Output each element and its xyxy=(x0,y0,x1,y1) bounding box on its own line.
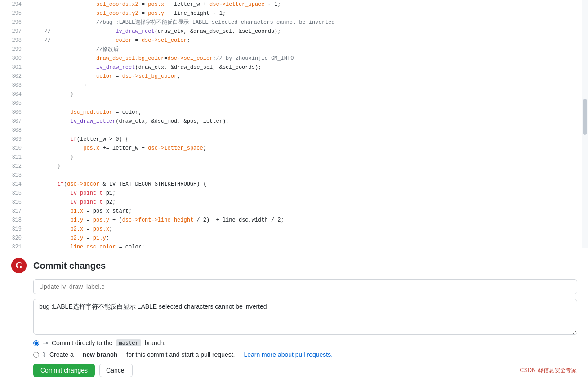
line-number: 319 xyxy=(0,225,27,234)
table-row: 308 xyxy=(0,126,588,135)
table-row: 296 //bug :LABLE选择字符不能反白显示 LABLE selecte… xyxy=(0,18,588,27)
commit-description-textarea[interactable] xyxy=(33,299,577,335)
code-area: 294 sel_coords.x2 = pos.x + letter_w + d… xyxy=(0,0,588,248)
line-code: dsc_mod.color = color; xyxy=(27,108,588,117)
radio-new-branch[interactable]: ⤵ Create a new branch for this commit an… xyxy=(33,351,577,358)
line-number: 316 xyxy=(0,198,27,207)
line-number: 320 xyxy=(0,234,27,243)
table-row: 298 // color = dsc->sel_color; xyxy=(0,36,588,45)
table-row: 306 dsc_mod.color = color; xyxy=(0,108,588,117)
table-row: 317 p1.x = pos_x_start; xyxy=(0,207,588,216)
line-code: sel_coords.y2 = pos.y + line_height - 1; xyxy=(27,9,588,18)
commit-panel: G Commit changes ⊸ Commit directly to th… xyxy=(0,248,588,386)
table-row: 310 pos.x += letter_w + dsc->letter_spac… xyxy=(0,144,588,153)
gitee-logo-icon: G xyxy=(11,257,27,274)
line-number: 300 xyxy=(0,54,27,63)
commit-message-input[interactable] xyxy=(33,279,577,294)
line-number: 305 xyxy=(0,99,27,108)
actions-left: Commit changes Cancel xyxy=(33,364,133,377)
line-number: 297 xyxy=(0,27,27,36)
commit-direct-icon: ⊸ xyxy=(43,339,48,346)
branch-badge: master xyxy=(116,339,141,346)
table-row: 311 } xyxy=(0,153,588,162)
commit-changes-button[interactable]: Commit changes xyxy=(33,364,95,377)
learn-more-link[interactable]: Learn more about pull requests. xyxy=(244,351,333,358)
line-number: 315 xyxy=(0,189,27,198)
line-code: pos.x += letter_w + dsc->letter_space; xyxy=(27,144,588,153)
line-number: 307 xyxy=(0,117,27,126)
radio-group: ⊸ Commit directly to the master branch. … xyxy=(33,339,577,358)
table-row: 309 if(letter_w > 0) { xyxy=(0,135,588,144)
table-row: 303 } xyxy=(0,81,588,90)
table-row: 301 lv_draw_rect(draw_ctx, &draw_dsc_sel… xyxy=(0,63,588,72)
commit-form: ⊸ Commit directly to the master branch. … xyxy=(11,279,577,358)
table-row: 297 // lv_draw_rect(draw_ctx, &draw_dsc_… xyxy=(0,27,588,36)
scrollbar-track[interactable] xyxy=(582,0,588,248)
line-number: 294 xyxy=(0,0,27,9)
cancel-button[interactable]: Cancel xyxy=(99,364,133,377)
radio-branch-prefix: Create a xyxy=(49,351,74,358)
table-row: 307 lv_draw_letter(draw_ctx, &dsc_mod, &… xyxy=(0,117,588,126)
table-row: 320 p2.y = p1.y; xyxy=(0,234,588,243)
line-code: if(letter_w > 0) { xyxy=(27,135,588,144)
svg-text:G: G xyxy=(15,260,22,270)
table-row: 295 sel_coords.y2 = pos.y + line_height … xyxy=(0,9,588,18)
line-code: } xyxy=(27,153,588,162)
line-code: // color = dsc->sel_color; xyxy=(27,36,588,45)
table-row: 294 sel_coords.x2 = pos.x + letter_w + d… xyxy=(0,0,588,9)
line-code: //修改后 xyxy=(27,45,588,54)
line-number: 304 xyxy=(0,90,27,99)
line-code: } xyxy=(27,90,588,99)
radio-direct-label: Commit directly to the xyxy=(52,339,112,346)
radio-branch-input[interactable] xyxy=(33,352,39,358)
line-number: 311 xyxy=(0,153,27,162)
line-code: if(dsc->decor & LV_TEXT_DECOR_STRIKETHRO… xyxy=(27,180,588,189)
line-number: 303 xyxy=(0,81,27,90)
line-code: // lv_draw_rect(draw_ctx, &draw_dsc_sel,… xyxy=(27,27,588,36)
actions-row: Commit changes Cancel CSDN @信息安全专家 xyxy=(11,364,577,377)
line-number: 301 xyxy=(0,63,27,72)
line-code: } xyxy=(27,162,588,171)
line-number: 312 xyxy=(0,162,27,171)
radio-branch-bold: new branch xyxy=(83,351,118,358)
table-row: 315 lv_point_t p1; xyxy=(0,189,588,198)
line-number: 309 xyxy=(0,135,27,144)
line-number: 298 xyxy=(0,36,27,45)
table-row: 313 xyxy=(0,171,588,180)
line-code: //bug :LABLE选择字符不能反白显示 LABLE selected ch… xyxy=(27,18,588,27)
line-code xyxy=(27,126,588,135)
line-number: 313 xyxy=(0,171,27,180)
table-row: 321 line_dsc.color = color; xyxy=(0,243,588,248)
line-code: } xyxy=(27,81,588,90)
line-code: sel_coords.x2 = pos.x + letter_w + dsc->… xyxy=(27,0,588,9)
commit-header-row: G Commit changes xyxy=(11,257,577,274)
table-row: 299 //修改后 xyxy=(0,45,588,54)
line-number: 308 xyxy=(0,126,27,135)
scrollbar-thumb[interactable] xyxy=(583,99,587,135)
table-row: 312 } xyxy=(0,162,588,171)
table-row: 305 xyxy=(0,99,588,108)
table-row: 319 p2.x = pos.x; xyxy=(0,225,588,234)
line-code: line_dsc.color = color; xyxy=(27,243,588,248)
line-code: lv_draw_rect(draw_ctx, &draw_dsc_sel, &s… xyxy=(27,63,588,72)
line-number: 321 xyxy=(0,243,27,248)
code-table: 294 sel_coords.x2 = pos.x + letter_w + d… xyxy=(0,0,588,248)
line-number: 302 xyxy=(0,72,27,81)
line-code: p1.x = pos_x_start; xyxy=(27,207,588,216)
line-number: 296 xyxy=(0,18,27,27)
table-row: 314 if(dsc->decor & LV_TEXT_DECOR_STRIKE… xyxy=(0,180,588,189)
radio-direct-input[interactable] xyxy=(33,340,39,346)
line-number: 314 xyxy=(0,180,27,189)
radio-direct-commit[interactable]: ⊸ Commit directly to the master branch. xyxy=(33,339,577,346)
line-code: p2.y = p1.y; xyxy=(27,234,588,243)
csdn-watermark: CSDN @信息安全专家 xyxy=(520,367,577,374)
line-code: color = dsc->sel_bg_color; xyxy=(27,72,588,81)
line-code: draw_dsc_sel.bg_color=dsc->sel_color;// … xyxy=(27,54,588,63)
radio-branch-middle: for this commit and start a pull request… xyxy=(126,351,235,358)
line-code: lv_point_t p1; xyxy=(27,189,588,198)
pr-icon: ⤵ xyxy=(43,351,46,358)
line-code xyxy=(27,171,588,180)
radio-direct-suffix: branch. xyxy=(145,339,166,346)
line-code xyxy=(27,99,588,108)
line-code: p2.x = pos.x; xyxy=(27,225,588,234)
